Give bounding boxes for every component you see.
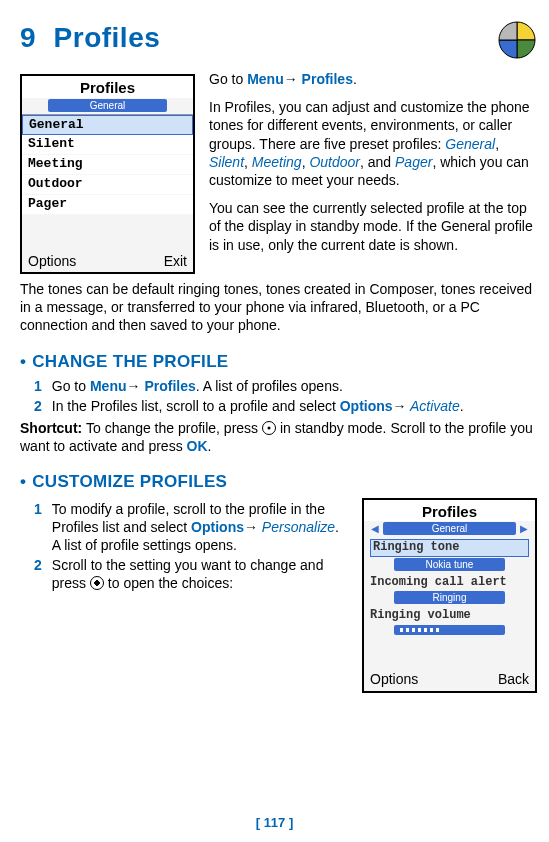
- step-number: 1: [34, 377, 42, 395]
- power-button-icon: [262, 421, 276, 435]
- globe-quadrant-icon: [497, 20, 537, 60]
- step-text: In the Profiles list, scroll to a profil…: [52, 397, 537, 415]
- setting-value: Nokia tune: [394, 558, 505, 571]
- right-arrow-icon: ▶: [520, 522, 528, 535]
- list-item: Silent: [22, 135, 193, 155]
- left-arrow-icon: ◀: [371, 522, 379, 535]
- page-number: [ 117 ]: [0, 815, 549, 832]
- step-number: 1: [34, 500, 42, 555]
- list-item: Outdoor: [22, 175, 193, 195]
- screen-title: Profiles: [22, 76, 193, 98]
- list-item: Meeting: [22, 155, 193, 175]
- chapter-number: 9: [20, 20, 36, 56]
- step-number: 2: [34, 556, 42, 592]
- setting-value: Ringing: [394, 591, 505, 604]
- step-text: Scroll to the setting you want to change…: [52, 556, 348, 592]
- profile-settings-screen: Profiles ◀ General ▶ Ringing tone Nokia …: [362, 498, 537, 693]
- softkey-left: Options: [370, 670, 418, 688]
- setting-label: Incoming call alert: [370, 575, 529, 591]
- shortcut-text: Shortcut: To change the profile, press i…: [20, 419, 537, 455]
- intro-paragraph-3: The tones can be default ringing tones, …: [20, 280, 537, 335]
- volume-bar-icon: [394, 625, 505, 635]
- section-change-profile: •CHANGE THE PROFILE: [20, 351, 537, 373]
- list-item: Pager: [22, 195, 193, 215]
- chapter-title: Profiles: [54, 20, 161, 56]
- softkey-right: Exit: [164, 252, 187, 270]
- profiles-screen: Profiles General General Silent Meeting …: [20, 74, 195, 274]
- step-text: To modify a profile, scroll to the profi…: [52, 500, 348, 555]
- step-text: Go to Menu→ Profiles. A list of profiles…: [52, 377, 537, 395]
- list-item: General: [22, 115, 193, 136]
- step-number: 2: [34, 397, 42, 415]
- screen-subtitle: General: [48, 99, 168, 112]
- screen-subtitle: ◀ General ▶: [383, 522, 516, 535]
- softkey-left: Options: [28, 252, 76, 270]
- setting-label: Ringing volume: [370, 608, 529, 624]
- section-customize-profiles: •CUSTOMIZE PROFILES: [20, 471, 537, 493]
- softkey-right: Back: [498, 670, 529, 688]
- setting-label: Ringing tone: [370, 539, 529, 557]
- joystick-icon: [90, 576, 104, 590]
- screen-title: Profiles: [364, 500, 535, 522]
